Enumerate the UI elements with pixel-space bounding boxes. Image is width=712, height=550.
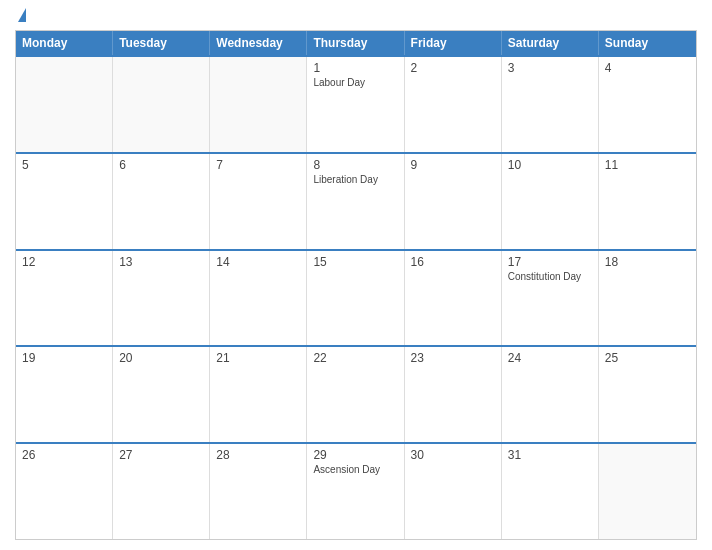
day-number: 23 [411,351,495,365]
day-number: 16 [411,255,495,269]
cal-cell [210,57,307,152]
calendar-header-row: MondayTuesdayWednesdayThursdayFridaySatu… [16,31,696,55]
cal-cell: 26 [16,444,113,539]
calendar: MondayTuesdayWednesdayThursdayFridaySatu… [15,30,697,540]
day-number: 18 [605,255,690,269]
day-number: 8 [313,158,397,172]
day-event: Ascension Day [313,464,397,475]
day-number: 26 [22,448,106,462]
day-number: 20 [119,351,203,365]
cal-cell [113,57,210,152]
week-row-1: 1Labour Day234 [16,55,696,152]
week-row-3: 121314151617Constitution Day18 [16,249,696,346]
cal-cell: 15 [307,251,404,346]
cal-cell: 2 [405,57,502,152]
day-number: 22 [313,351,397,365]
cal-cell: 27 [113,444,210,539]
day-number: 31 [508,448,592,462]
week-row-5: 26272829Ascension Day3031 [16,442,696,539]
day-number: 27 [119,448,203,462]
day-number: 2 [411,61,495,75]
day-number: 25 [605,351,690,365]
day-number: 4 [605,61,690,75]
logo-triangle-icon [18,8,26,22]
day-number: 21 [216,351,300,365]
cal-cell: 25 [599,347,696,442]
cal-cell: 22 [307,347,404,442]
cal-cell: 28 [210,444,307,539]
cal-cell: 11 [599,154,696,249]
day-event: Labour Day [313,77,397,88]
cal-cell: 10 [502,154,599,249]
day-number: 28 [216,448,300,462]
cal-cell: 3 [502,57,599,152]
day-number: 30 [411,448,495,462]
cal-cell: 21 [210,347,307,442]
col-header-wednesday: Wednesday [210,31,307,55]
day-number: 9 [411,158,495,172]
cal-cell: 5 [16,154,113,249]
calendar-body: 1Labour Day2345678Liberation Day91011121… [16,55,696,539]
day-number: 29 [313,448,397,462]
day-number: 19 [22,351,106,365]
cal-cell: 30 [405,444,502,539]
col-header-friday: Friday [405,31,502,55]
day-number: 6 [119,158,203,172]
day-number: 14 [216,255,300,269]
day-number: 10 [508,158,592,172]
day-number: 15 [313,255,397,269]
cal-cell: 20 [113,347,210,442]
cal-cell [16,57,113,152]
day-number: 17 [508,255,592,269]
col-header-sunday: Sunday [599,31,696,55]
cal-cell: 17Constitution Day [502,251,599,346]
day-number: 3 [508,61,592,75]
cal-cell: 14 [210,251,307,346]
day-number: 12 [22,255,106,269]
day-number: 24 [508,351,592,365]
day-number: 5 [22,158,106,172]
cal-cell: 18 [599,251,696,346]
cal-cell: 4 [599,57,696,152]
cal-cell: 24 [502,347,599,442]
col-header-saturday: Saturday [502,31,599,55]
cal-cell: 19 [16,347,113,442]
cal-cell: 6 [113,154,210,249]
day-number: 11 [605,158,690,172]
col-header-thursday: Thursday [307,31,404,55]
cal-cell: 31 [502,444,599,539]
logo [15,10,29,24]
cal-cell: 8Liberation Day [307,154,404,249]
cal-cell: 13 [113,251,210,346]
cal-cell: 1Labour Day [307,57,404,152]
week-row-2: 5678Liberation Day91011 [16,152,696,249]
cal-cell: 16 [405,251,502,346]
cal-cell: 12 [16,251,113,346]
cal-cell: 23 [405,347,502,442]
calendar-page: MondayTuesdayWednesdayThursdayFridaySatu… [0,0,712,550]
cal-cell: 7 [210,154,307,249]
day-event: Constitution Day [508,271,592,282]
cal-cell [599,444,696,539]
cal-cell: 29Ascension Day [307,444,404,539]
cal-cell: 9 [405,154,502,249]
page-header [15,10,697,24]
day-event: Liberation Day [313,174,397,185]
day-number: 1 [313,61,397,75]
week-row-4: 19202122232425 [16,345,696,442]
day-number: 7 [216,158,300,172]
col-header-monday: Monday [16,31,113,55]
day-number: 13 [119,255,203,269]
col-header-tuesday: Tuesday [113,31,210,55]
